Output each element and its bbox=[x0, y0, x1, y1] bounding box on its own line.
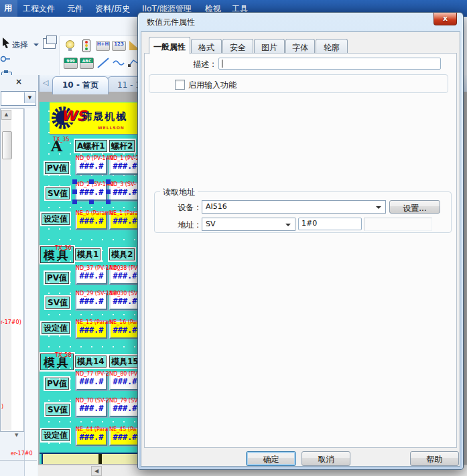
row-label[interactable]: SV值 bbox=[46, 297, 70, 309]
select-cursor-icon[interactable] bbox=[1, 37, 11, 48]
read-address-group: 读取地址 设备 : AI516 设置... 地址 : SV 1#0 bbox=[154, 191, 452, 233]
annotation: TX_58 bbox=[55, 352, 72, 358]
annotation: TX_36 bbox=[55, 245, 72, 251]
tab-general[interactable]: 一般属性 bbox=[149, 37, 190, 54]
select-tool-label[interactable]: 选择 bbox=[12, 39, 28, 51]
selection-handle[interactable] bbox=[106, 179, 111, 184]
enable-input-checkbox[interactable] bbox=[175, 80, 185, 90]
tab-picture[interactable]: 图片 bbox=[254, 39, 285, 54]
design-page[interactable]: WS 玮晟机械 WELLSON ATX_35A螺杆1螺杆2PV值###.#ND_… bbox=[40, 102, 139, 464]
select-dropdown-icon[interactable] bbox=[34, 44, 39, 49]
device-select[interactable]: AI516 bbox=[202, 200, 386, 214]
logo-name-text: 玮晟机械 bbox=[82, 110, 127, 123]
element-label[interactable]: 模具2 bbox=[109, 248, 135, 260]
panel-divider bbox=[0, 460, 37, 461]
annotation: ND_30 (SV bbox=[109, 291, 138, 297]
description-label: 描述 : bbox=[172, 59, 214, 70]
line-icon[interactable] bbox=[97, 58, 109, 68]
annotation: ND_0 (PV-1#0 bbox=[76, 155, 114, 161]
tab-scroll-left-icon[interactable]: ◁ bbox=[40, 77, 51, 89]
selection-handle[interactable] bbox=[72, 200, 77, 204]
annotation: ) bbox=[1, 404, 3, 410]
page-tab-home[interactable]: 10 - 首页 bbox=[52, 76, 109, 94]
description-input[interactable] bbox=[218, 58, 441, 70]
chevron-down-icon bbox=[376, 206, 381, 212]
tab-outline[interactable]: 轮廓 bbox=[316, 39, 348, 54]
logo-sub-text: WELLSON bbox=[98, 125, 125, 130]
row-label[interactable]: PV值 bbox=[45, 272, 69, 284]
input-function-group: 启用输入功能 bbox=[149, 74, 448, 93]
help-button[interactable]: 帮助 bbox=[410, 451, 459, 466]
numeric-element-properties-dialog: 数值元件属性 x 一般属性 格式 安全 图片 字体 轮廓 描述 : 启用输入功能… bbox=[137, 12, 464, 470]
enable-input-label: 启用输入功能 bbox=[188, 80, 237, 91]
cancel-button[interactable]: 取消 bbox=[302, 451, 350, 466]
digits-display-icon[interactable]: 999 bbox=[64, 56, 77, 70]
annotation: NE_0 (Parame bbox=[76, 210, 113, 216]
row-label[interactable]: SV值 bbox=[46, 404, 70, 416]
tab-format[interactable]: 格式 bbox=[191, 39, 222, 54]
row-label[interactable]: SV值 bbox=[46, 187, 70, 200]
numeric-display-icon[interactable]: H+H bbox=[96, 39, 109, 52]
annotation: ND_1 (PV-2 bbox=[109, 155, 139, 161]
annotation: ND_70 (SV-2 bbox=[76, 398, 109, 404]
traffic-light-icon[interactable] bbox=[80, 39, 93, 52]
annotation: NE_45 (Pa bbox=[109, 426, 136, 432]
row-label[interactable]: 设定值 bbox=[42, 429, 70, 441]
panel-listbox[interactable]: ▲ bbox=[0, 108, 24, 432]
dialog-title: 数值元件属性 bbox=[147, 17, 195, 28]
text-display-icon[interactable]: ABC bbox=[80, 56, 93, 70]
element-label[interactable]: 螺杆2 bbox=[109, 140, 135, 152]
selection-handle[interactable] bbox=[72, 189, 77, 194]
lamp-icon[interactable] bbox=[64, 39, 77, 52]
row-label[interactable]: 设定值 bbox=[42, 322, 70, 334]
read-address-legend: 读取地址 bbox=[160, 187, 198, 198]
scroll-left-icon[interactable]: ◀ bbox=[91, 466, 102, 476]
numeric-entry-icon[interactable]: 123 bbox=[112, 39, 125, 52]
selection-handle[interactable] bbox=[72, 179, 77, 184]
element-label[interactable]: 模具1 bbox=[75, 248, 101, 260]
row-label[interactable]: 设定值 bbox=[42, 213, 70, 225]
selection-handle[interactable] bbox=[106, 189, 111, 194]
scroll-thumb[interactable] bbox=[2, 131, 12, 159]
node-tool-icon[interactable] bbox=[0, 54, 11, 64]
panel-strip bbox=[24, 108, 38, 476]
device-label: 设备 : bbox=[167, 202, 199, 214]
row-label[interactable]: PV值 bbox=[45, 162, 69, 174]
chevron-down-icon bbox=[285, 224, 291, 229]
design-bottom-bar[interactable] bbox=[42, 454, 138, 464]
annotation: TX_35 bbox=[53, 137, 70, 143]
scroll-up-icon[interactable]: ▲ bbox=[1, 110, 11, 120]
curve-icon[interactable] bbox=[113, 59, 126, 67]
panel-close-icon[interactable]: × bbox=[13, 77, 24, 88]
panel-scrollbar[interactable]: ▲ bbox=[1, 110, 11, 430]
design-bar-notch bbox=[98, 454, 102, 464]
address-value-input[interactable]: 1#0 bbox=[298, 218, 362, 230]
element-label[interactable]: 模具14 bbox=[75, 355, 107, 368]
settings-button[interactable]: 设置... bbox=[389, 200, 440, 214]
scroll-down-icon[interactable]: ▼ bbox=[15, 432, 18, 438]
ok-button[interactable]: 确定 bbox=[246, 451, 296, 466]
panel-combobox[interactable]: ▼ bbox=[1, 91, 36, 106]
copy-window-icon[interactable] bbox=[43, 38, 56, 49]
annotation: NE_16 (Para bbox=[109, 319, 139, 325]
dialog-close-icon[interactable]: x bbox=[433, 13, 457, 25]
selection-handle[interactable] bbox=[89, 200, 94, 204]
selection-handle[interactable] bbox=[106, 200, 111, 204]
address-label: 地址 : bbox=[167, 220, 199, 231]
tab-font[interactable]: 字体 bbox=[285, 39, 315, 54]
address-extra-box bbox=[364, 218, 432, 231]
element-label[interactable]: A螺杆1 bbox=[75, 140, 107, 152]
text-caret bbox=[222, 60, 222, 68]
tab-security[interactable]: 安全 bbox=[222, 39, 253, 54]
annotation: NE_1 (Para bbox=[109, 210, 138, 216]
selection-handle[interactable] bbox=[89, 179, 94, 184]
row-label[interactable]: PV值 bbox=[45, 378, 69, 390]
annotation: ND_79 (SV bbox=[109, 398, 138, 404]
tab-page-general: 描述 : 启用输入功能 读取地址 设备 : AI516 设置... 地址 : S… bbox=[144, 53, 457, 448]
address-type-select[interactable]: SV bbox=[202, 218, 295, 231]
company-logo[interactable]: WS 玮晟机械 WELLSON bbox=[50, 102, 139, 135]
annotation: NE_44 (Para bbox=[76, 426, 108, 432]
annotation: r-17#0) bbox=[1, 319, 21, 325]
combo-arrow-icon[interactable]: ▼ bbox=[24, 92, 35, 103]
element-label[interactable]: 模具15 bbox=[109, 355, 139, 368]
